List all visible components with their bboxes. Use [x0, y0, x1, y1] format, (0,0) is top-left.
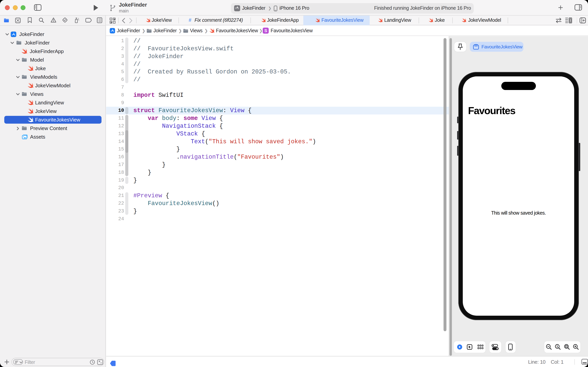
svg-text:1: 1 — [556, 345, 558, 348]
